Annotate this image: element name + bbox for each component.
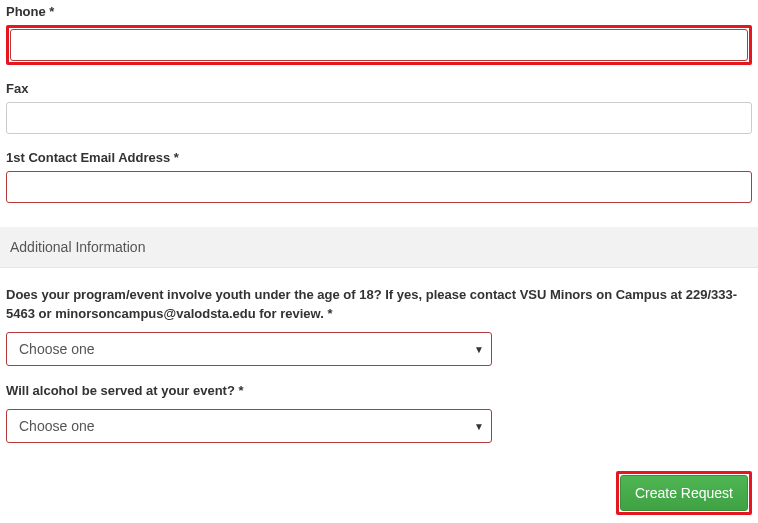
youth-select-value: Choose one: [19, 341, 95, 357]
alcohol-question-group: Will alcohol be served at your event? * …: [6, 382, 752, 443]
create-button-highlight: Create Request: [616, 471, 752, 515]
email1-label: 1st Contact Email Address *: [6, 150, 752, 165]
phone-field-group: Phone *: [6, 4, 752, 65]
alcohol-select-wrap: Choose one ▼: [6, 409, 492, 443]
phone-label: Phone *: [6, 4, 752, 19]
fax-input[interactable]: [6, 102, 752, 134]
alcohol-select-value: Choose one: [19, 418, 95, 434]
youth-select-wrap: Choose one ▼: [6, 332, 492, 366]
create-request-button[interactable]: Create Request: [620, 475, 748, 511]
youth-question-label: Does your program/event involve youth un…: [6, 286, 752, 324]
button-row: Create Request: [6, 471, 752, 515]
fax-label: Fax: [6, 81, 752, 96]
additional-info-header: Additional Information: [0, 227, 758, 268]
alcohol-question-label: Will alcohol be served at your event? *: [6, 382, 752, 401]
phone-highlight: [6, 25, 752, 65]
email1-field-group: 1st Contact Email Address *: [6, 150, 752, 203]
youth-question-group: Does your program/event involve youth un…: [6, 286, 752, 366]
phone-input[interactable]: [10, 29, 748, 61]
fax-field-group: Fax: [6, 81, 752, 134]
youth-select[interactable]: Choose one: [6, 332, 492, 366]
alcohol-select[interactable]: Choose one: [6, 409, 492, 443]
email1-input[interactable]: [6, 171, 752, 203]
